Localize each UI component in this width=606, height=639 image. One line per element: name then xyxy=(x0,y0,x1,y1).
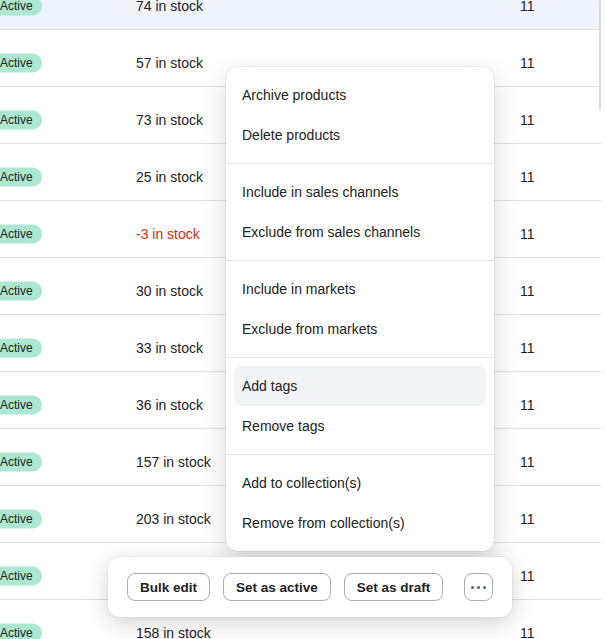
bulk-edit-button[interactable]: Bulk edit xyxy=(127,573,210,601)
menu-section: Include in sales channelsExclude from sa… xyxy=(226,164,494,261)
status-badge: Active xyxy=(0,624,42,639)
menu-item-archive-products[interactable]: Archive products xyxy=(234,75,486,115)
inventory-cell: -3 in stock xyxy=(136,226,200,242)
menu-item-delete-products[interactable]: Delete products xyxy=(234,115,486,155)
status-badge: Active xyxy=(0,282,42,301)
menu-item-include-in-markets[interactable]: Include in markets xyxy=(234,269,486,309)
inventory-cell: 74 in stock xyxy=(136,0,203,14)
menu-item-remove-from-collection-s[interactable]: Remove from collection(s) xyxy=(234,503,486,543)
inventory-cell: 33 in stock xyxy=(136,340,203,356)
horizontal-dots-icon xyxy=(483,586,486,589)
bulk-actions-bar: Bulk editSet as activeSet as draft xyxy=(108,557,512,617)
status-badge: Active xyxy=(0,111,42,130)
products-index-screen: Active74 in stock11Active57 in stock11Ac… xyxy=(0,0,606,639)
menu-item-include-in-sales-channels[interactable]: Include in sales channels xyxy=(234,172,486,212)
horizontal-dots-icon xyxy=(471,586,474,589)
menu-section: Archive productsDelete products xyxy=(226,67,494,164)
count-cell: 11 xyxy=(520,397,535,413)
status-badge: Active xyxy=(0,0,42,16)
inventory-cell: 30 in stock xyxy=(136,283,203,299)
status-badge: Active xyxy=(0,339,42,358)
product-row[interactable]: Active74 in stock11 xyxy=(0,0,601,30)
status-badge: Active xyxy=(0,225,42,244)
inventory-cell: 25 in stock xyxy=(136,169,203,185)
menu-item-add-to-collection-s[interactable]: Add to collection(s) xyxy=(234,463,486,503)
table-right-gutter xyxy=(601,0,606,639)
inventory-cell: 158 in stock xyxy=(136,625,211,639)
count-cell: 11 xyxy=(520,568,535,584)
horizontal-dots-icon xyxy=(477,586,480,589)
count-cell: 11 xyxy=(520,0,535,14)
inventory-cell: 73 in stock xyxy=(136,112,203,128)
status-badge: Active xyxy=(0,54,42,73)
count-cell: 11 xyxy=(520,454,535,470)
set-as-draft-button[interactable]: Set as draft xyxy=(344,573,444,601)
status-badge: Active xyxy=(0,396,42,415)
count-cell: 11 xyxy=(520,226,535,242)
menu-item-exclude-from-sales-channels[interactable]: Exclude from sales channels xyxy=(234,212,486,252)
status-badge: Active xyxy=(0,510,42,529)
count-cell: 11 xyxy=(520,283,535,299)
status-badge: Active xyxy=(0,567,42,586)
menu-item-add-tags[interactable]: Add tags xyxy=(234,366,486,406)
more-actions-button[interactable] xyxy=(464,573,493,601)
status-badge: Active xyxy=(0,453,42,472)
inventory-cell: 157 in stock xyxy=(136,454,211,470)
inventory-cell: 36 in stock xyxy=(136,397,203,413)
count-cell: 11 xyxy=(520,112,535,128)
menu-section: Add tagsRemove tags xyxy=(226,358,494,455)
count-cell: 11 xyxy=(520,625,535,639)
menu-section: Add to collection(s)Remove from collecti… xyxy=(226,455,494,551)
bulk-actions-menu: Archive productsDelete productsInclude i… xyxy=(226,67,494,551)
count-cell: 11 xyxy=(520,169,535,185)
status-badge: Active xyxy=(0,168,42,187)
menu-item-exclude-from-markets[interactable]: Exclude from markets xyxy=(234,309,486,349)
count-cell: 11 xyxy=(520,511,535,527)
menu-section: Include in marketsExclude from markets xyxy=(226,261,494,358)
count-cell: 11 xyxy=(520,340,535,356)
inventory-cell: 203 in stock xyxy=(136,511,211,527)
set-as-active-button[interactable]: Set as active xyxy=(223,573,331,601)
inventory-cell: 57 in stock xyxy=(136,55,203,71)
menu-item-remove-tags[interactable]: Remove tags xyxy=(234,406,486,446)
count-cell: 11 xyxy=(520,55,535,71)
scrollbar-thumb[interactable] xyxy=(599,0,601,110)
